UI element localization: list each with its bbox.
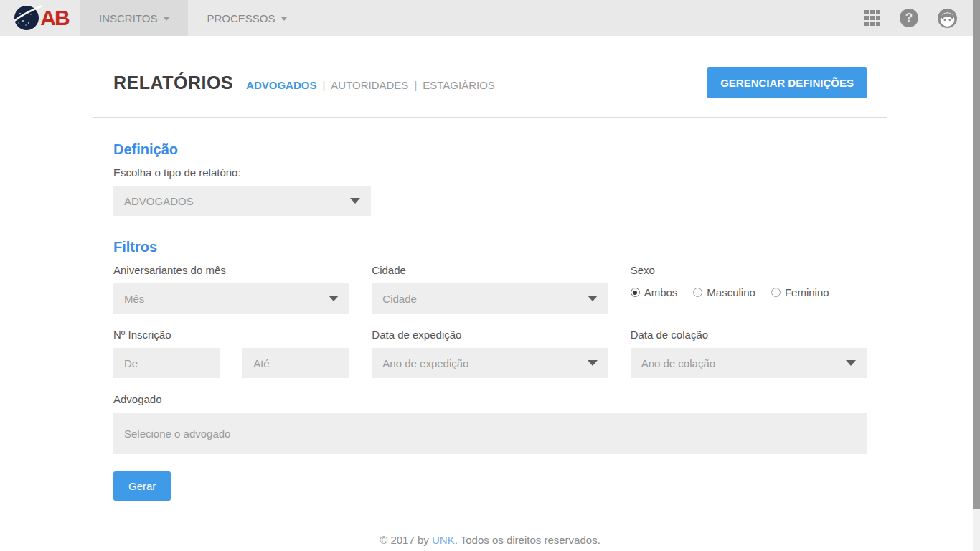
tab-separator: |	[414, 79, 417, 91]
filter-lawyer: Advogado	[113, 393, 867, 454]
sex-radio-group: Ambos Masculino Feminino	[631, 286, 867, 298]
filter-city: Cidade Cidade	[372, 264, 608, 314]
expedition-label: Data de expedição	[372, 329, 608, 341]
filter-birthday-month: Aniversariantes do mês Mês	[113, 264, 349, 314]
filter-sex: Sexo Ambos Masculino Feminino	[631, 264, 867, 314]
avatar-icon[interactable]	[938, 9, 957, 28]
scrollbar-thumb[interactable]	[973, 0, 980, 509]
lawyer-search-input[interactable]	[113, 413, 867, 454]
radio-ambos[interactable]	[631, 288, 640, 297]
filter-graduation-date: Data de colação Ano de colação	[631, 329, 867, 378]
report-type-select-value: ADVOGADOS	[124, 195, 194, 207]
tab-separator: |	[322, 79, 325, 91]
oab-globe-icon	[11, 4, 43, 32]
tab-advogados[interactable]: ADVOGADOS	[246, 79, 316, 91]
month-select[interactable]: Mês	[113, 283, 349, 314]
filters-grid: Aniversariantes do mês Mês Cidade Cidade…	[113, 264, 867, 378]
footer-copyright-prefix: © 2017 by	[380, 534, 432, 546]
inscription-label: Nº Inscrição	[113, 329, 349, 341]
apps-grid-icon[interactable]	[864, 10, 880, 26]
divider	[93, 117, 887, 118]
lawyer-label: Advogado	[113, 393, 867, 405]
graduation-label: Data de colação	[631, 329, 867, 341]
radio-masculino-label: Masculino	[707, 286, 755, 298]
footer-copyright-suffix: . Todos os direitos reservados.	[455, 534, 600, 546]
footer: © 2017 by UNK. Todos os direitos reserva…	[93, 501, 887, 551]
month-select-value: Mês	[124, 293, 144, 305]
nav-item-inscritos[interactable]: INSCRITOS	[80, 0, 188, 36]
birthday-label: Aniversariantes do mês	[113, 264, 349, 276]
report-type-tabs: ADVOGADOS | AUTORIDADES | ESTAGIÁRIOS	[246, 75, 495, 91]
filter-inscription-number: Nº Inscrição	[113, 329, 349, 378]
radio-option-masculino[interactable]: Masculino	[693, 286, 755, 298]
graduation-year-select-value: Ano de colação	[641, 357, 715, 369]
report-type-select[interactable]: ADVOGADOS	[113, 186, 371, 216]
tab-autoridades[interactable]: AUTORIDADES	[331, 79, 408, 91]
sex-label: Sexo	[631, 264, 867, 276]
report-type-label: Escolha o tipo de relatório:	[113, 166, 867, 179]
radio-masculino[interactable]	[693, 288, 702, 297]
dropdown-arrow-icon	[329, 296, 339, 301]
dropdown-arrow-icon	[588, 360, 598, 366]
city-label: Cidade	[372, 264, 608, 276]
tab-estagiarios[interactable]: ESTAGIÁRIOS	[423, 79, 495, 91]
filter-expedition-date: Data de expedição Ano de expedição	[372, 329, 608, 378]
radio-ambos-label: Ambos	[644, 286, 678, 298]
main-nav: INSCRITOS PROCESSOS	[80, 0, 306, 36]
footer-link[interactable]: UNK	[432, 534, 455, 546]
inscription-from-input[interactable]	[113, 348, 220, 378]
help-icon[interactable]: ?	[900, 9, 918, 27]
graduation-year-select[interactable]: Ano de colação	[631, 348, 867, 378]
expedition-year-select-value: Ano de expedição	[382, 357, 468, 369]
chevron-down-icon	[281, 17, 287, 21]
dropdown-arrow-icon	[846, 360, 856, 366]
dropdown-arrow-icon	[350, 198, 360, 204]
filters-heading: Filtros	[113, 239, 867, 255]
radio-feminino[interactable]	[771, 288, 781, 297]
topbar-icons: ?	[864, 0, 980, 36]
inscription-to-input[interactable]	[242, 348, 349, 378]
page-header-row: RELATÓRIOS ADVOGADOS | AUTORIDADES | EST…	[93, 36, 887, 98]
page-title: RELATÓRIOS	[113, 72, 233, 93]
dropdown-arrow-icon	[588, 296, 598, 301]
expedition-year-select[interactable]: Ano de expedição	[372, 348, 608, 378]
radio-option-ambos[interactable]: Ambos	[631, 286, 678, 298]
oab-logo[interactable]: AB	[0, 0, 80, 36]
oab-logo-text: AB	[40, 7, 68, 29]
nav-item-processos[interactable]: PROCESSOS	[188, 0, 306, 36]
main-content: RELATÓRIOS ADVOGADOS | AUTORIDADES | EST…	[93, 36, 887, 551]
city-select[interactable]: Cidade	[372, 283, 608, 314]
help-icon-glyph: ?	[900, 9, 918, 27]
definition-heading: Definição	[113, 141, 867, 158]
scrollbar-track[interactable]	[973, 0, 980, 551]
radio-feminino-label: Feminino	[785, 286, 829, 298]
nav-item-inscritos-label: INSCRITOS	[99, 12, 157, 24]
chevron-down-icon	[164, 17, 169, 21]
radio-option-feminino[interactable]: Feminino	[771, 286, 829, 298]
nav-item-processos-label: PROCESSOS	[207, 12, 275, 24]
top-navbar: AB INSCRITOS PROCESSOS ?	[0, 0, 980, 36]
manage-definitions-button[interactable]: GERENCIAR DEFINIÇÕES	[707, 67, 867, 98]
city-select-value: Cidade	[382, 293, 417, 305]
generate-button[interactable]: Gerar	[113, 471, 171, 501]
inscription-range	[113, 348, 349, 378]
